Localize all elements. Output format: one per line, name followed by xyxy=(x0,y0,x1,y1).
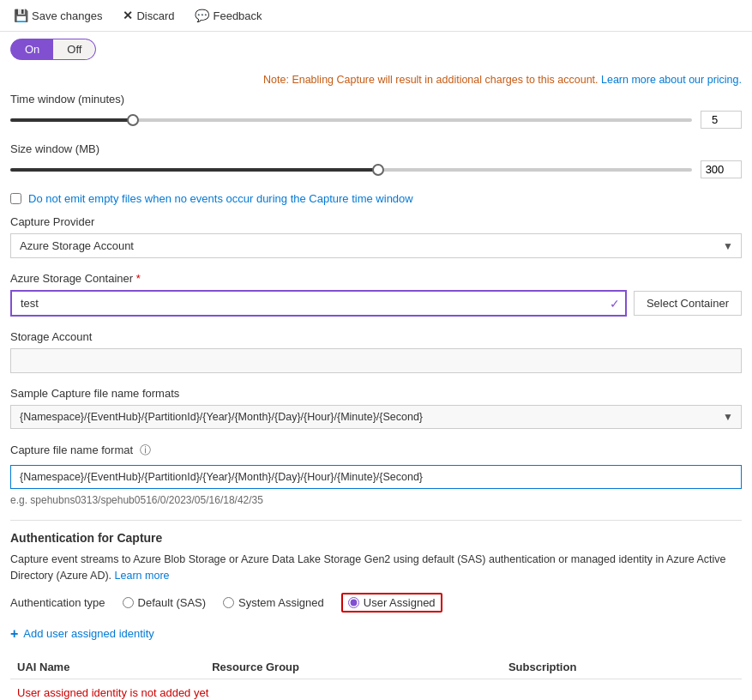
radio-system-assigned[interactable]: System Assigned xyxy=(223,596,324,609)
toolbar: 💾 Save changes ✕ Discard 💬 Feedback xyxy=(0,0,752,32)
radio-system-assigned-input[interactable] xyxy=(223,597,234,608)
file-name-format-input-container xyxy=(10,465,742,489)
auth-section: Authentication for Capture Capture event… xyxy=(10,531,742,700)
radio-user-assigned-label: User Assigned xyxy=(364,596,436,609)
file-name-format-label: Capture file name format ⓘ xyxy=(10,443,742,458)
radio-user-assigned[interactable]: User Assigned xyxy=(341,593,442,612)
radio-user-assigned-input[interactable] xyxy=(348,597,359,608)
time-window-value[interactable] xyxy=(701,111,742,129)
storage-account-label: Storage Account xyxy=(10,330,742,343)
file-name-format-section: Capture file name format ⓘ e.g. spehubns… xyxy=(10,443,742,506)
storage-account-section: Storage Account xyxy=(10,330,742,373)
empty-files-checkbox[interactable] xyxy=(10,193,21,204)
azure-container-label: Azure Storage Container * xyxy=(10,272,742,285)
format-example-text: e.g. spehubns0313/spehub0516/0/2023/05/1… xyxy=(10,494,742,506)
sample-format-section: Sample Capture file name formats {Namesp… xyxy=(10,387,742,429)
uai-table-header-row: UAI Name Resource Group Subscription xyxy=(10,655,742,679)
capture-provider-dropdown-container: Azure Storage Account Azure Data Lake St… xyxy=(10,233,742,258)
size-window-track[interactable] xyxy=(10,168,692,172)
azure-container-label-text: Azure Storage Container xyxy=(10,272,133,285)
time-window-thumb[interactable] xyxy=(127,114,139,126)
time-window-label: Time window (minutes) xyxy=(10,93,742,106)
main-content: Note: Enabling Capture will result in ad… xyxy=(0,67,752,700)
checkmark-icon: ✓ xyxy=(610,297,620,311)
discard-label: Discard xyxy=(136,9,174,22)
note-text: Note: Enabling Capture will result in ad… xyxy=(263,74,599,86)
discard-button[interactable]: ✕ Discard xyxy=(119,7,177,24)
feedback-label: Feedback xyxy=(213,9,262,22)
save-icon: 💾 xyxy=(14,9,28,22)
plus-icon: + xyxy=(10,626,18,642)
container-input-row: ✓ Select Container xyxy=(10,290,742,317)
size-window-label: Size window (MB) xyxy=(10,142,742,155)
feedback-icon: 💬 xyxy=(195,9,209,22)
sample-format-dropdown-container: {Namespace}/{EventHub}/{PartitionId}/{Ye… xyxy=(10,405,742,429)
info-icon: ⓘ xyxy=(140,444,151,456)
sample-format-label: Sample Capture file name formats xyxy=(10,387,742,400)
toggle-off-button[interactable]: Off xyxy=(53,39,95,59)
toggle-on-button[interactable]: On xyxy=(11,39,53,59)
uai-table-body: User assigned identity is not added yet xyxy=(10,679,742,700)
auth-type-label: Authentication type xyxy=(10,596,105,609)
col-resource-group: Resource Group xyxy=(205,655,502,679)
auth-type-row: Authentication type Default (SAS) System… xyxy=(10,593,742,612)
capture-toggle-container: On Off xyxy=(0,32,752,67)
container-input[interactable] xyxy=(10,290,627,317)
time-window-fill xyxy=(10,118,133,122)
azure-container-section: Azure Storage Container * ✓ Select Conta… xyxy=(10,272,742,317)
size-window-value[interactable] xyxy=(701,160,742,178)
auth-description: Capture event streams to Azure Blob Stor… xyxy=(10,552,742,584)
add-identity-label: Add user assigned identity xyxy=(23,627,153,640)
radio-default-sas[interactable]: Default (SAS) xyxy=(123,596,206,609)
time-window-slider-row xyxy=(10,111,742,129)
container-input-wrapper: ✓ xyxy=(10,290,627,317)
on-off-toggle[interactable]: On Off xyxy=(10,39,96,60)
time-window-section: Time window (minutes) xyxy=(10,93,742,129)
capture-provider-section: Capture Provider Azure Storage Account A… xyxy=(10,215,742,258)
radio-default-sas-label: Default (SAS) xyxy=(138,596,206,609)
col-subscription: Subscription xyxy=(502,655,742,679)
file-name-format-label-text: Capture file name format xyxy=(10,444,133,456)
uai-empty-row: User assigned identity is not added yet xyxy=(10,679,742,700)
uai-table: UAI Name Resource Group Subscription Use… xyxy=(10,655,742,701)
select-container-button[interactable]: Select Container xyxy=(634,291,742,316)
section-divider xyxy=(10,520,742,521)
size-window-slider-row xyxy=(10,160,742,178)
save-label: Save changes xyxy=(32,9,102,22)
radio-default-sas-input[interactable] xyxy=(123,597,134,608)
capture-provider-dropdown[interactable]: Azure Storage Account Azure Data Lake St… xyxy=(10,233,742,258)
required-indicator: * xyxy=(136,272,141,285)
uai-empty-message: User assigned identity is not added yet xyxy=(10,679,742,700)
size-window-section: Size window (MB) xyxy=(10,142,742,178)
storage-account-input[interactable] xyxy=(10,348,742,373)
size-window-thumb[interactable] xyxy=(372,164,384,176)
feedback-button[interactable]: 💬 Feedback xyxy=(191,7,265,24)
auth-learn-more-link[interactable]: Learn more xyxy=(115,570,170,582)
capture-provider-label: Capture Provider xyxy=(10,215,742,228)
sample-format-value[interactable]: {Namespace}/{EventHub}/{PartitionId}/{Ye… xyxy=(10,405,742,429)
time-window-track[interactable] xyxy=(10,118,692,122)
uai-table-header: UAI Name Resource Group Subscription xyxy=(10,655,742,679)
add-identity-button[interactable]: + Add user assigned identity xyxy=(10,623,154,645)
note-bar: Note: Enabling Capture will result in ad… xyxy=(10,67,742,93)
save-button[interactable]: 💾 Save changes xyxy=(10,7,105,24)
file-name-format-input[interactable] xyxy=(10,465,742,489)
col-uai-name: UAI Name xyxy=(10,655,205,679)
close-icon: ✕ xyxy=(123,9,133,22)
empty-files-label[interactable]: Do not emit empty files when no events o… xyxy=(28,192,413,205)
size-window-fill xyxy=(10,168,378,172)
empty-files-checkbox-row: Do not emit empty files when no events o… xyxy=(10,192,742,205)
radio-system-assigned-label: System Assigned xyxy=(238,596,324,609)
pricing-link[interactable]: Learn more about our pricing. xyxy=(601,74,742,86)
auth-title: Authentication for Capture xyxy=(10,531,742,545)
